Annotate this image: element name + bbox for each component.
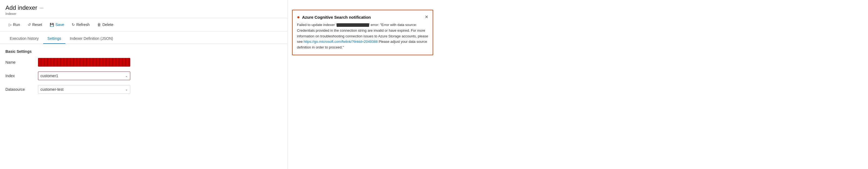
run-button[interactable]: ▷ Run <box>5 21 23 29</box>
datasource-row: Datasource customer-test ⌄ <box>5 85 282 94</box>
index-label: Index <box>5 74 38 78</box>
notification-title: Azure Cognitive Search notification <box>302 15 423 19</box>
tab-settings[interactable]: Settings <box>43 34 66 44</box>
tab-indexer-definition[interactable]: Indexer Definition (JSON) <box>65 34 118 44</box>
name-row: Name <box>5 58 282 67</box>
datasource-label: Datasource <box>5 87 38 91</box>
index-row: Index customer1 ⌄ <box>5 72 282 80</box>
more-options-icon[interactable]: ··· <box>39 5 43 11</box>
run-icon: ▷ <box>9 23 12 27</box>
page-title: Add indexer <box>5 4 37 11</box>
index-select[interactable]: customer1 ⌄ <box>38 72 130 80</box>
notification-close-button[interactable]: ✕ <box>425 15 428 19</box>
name-label: Name <box>5 60 38 65</box>
datasource-dropdown-icon: ⌄ <box>125 87 128 91</box>
right-panel: ● Azure Cognitive Search notification ✕ … <box>288 0 868 169</box>
save-button[interactable]: 💾 Save <box>46 21 67 29</box>
alert-icon: ● <box>297 15 300 19</box>
refresh-icon: ↻ <box>72 23 75 27</box>
refresh-button[interactable]: ↻ Refresh <box>68 21 93 29</box>
notification-box: ● Azure Cognitive Search notification ✕ … <box>292 10 433 55</box>
tabs-bar: Execution history Settings Indexer Defin… <box>0 34 287 44</box>
basic-settings-title: Basic Settings <box>5 49 282 54</box>
save-icon: 💾 <box>50 23 54 27</box>
index-select-value: customer1 <box>40 74 125 78</box>
toolbar: ▷ Run ↺ Reset 💾 Save ↻ Refresh 🗑 Delete <box>0 18 287 32</box>
notification-body: Failed to update indexer ' ' error: "Err… <box>297 22 428 50</box>
delete-icon: 🗑 <box>97 23 101 27</box>
delete-button[interactable]: 🗑 Delete <box>94 21 117 29</box>
breadcrumb: Indexer <box>5 12 282 16</box>
reset-button[interactable]: ↺ Reset <box>24 21 45 29</box>
name-input[interactable] <box>38 58 130 67</box>
notification-link[interactable]: https://go.microsoft.com/fwlink/?linkid=… <box>304 40 378 44</box>
reset-icon: ↺ <box>28 23 31 27</box>
redacted-indexer-name <box>337 23 369 27</box>
datasource-select-value: customer-test <box>40 87 125 91</box>
index-dropdown-icon: ⌄ <box>125 74 128 78</box>
datasource-select[interactable]: customer-test ⌄ <box>38 85 130 94</box>
tab-execution-history[interactable]: Execution history <box>5 34 43 44</box>
